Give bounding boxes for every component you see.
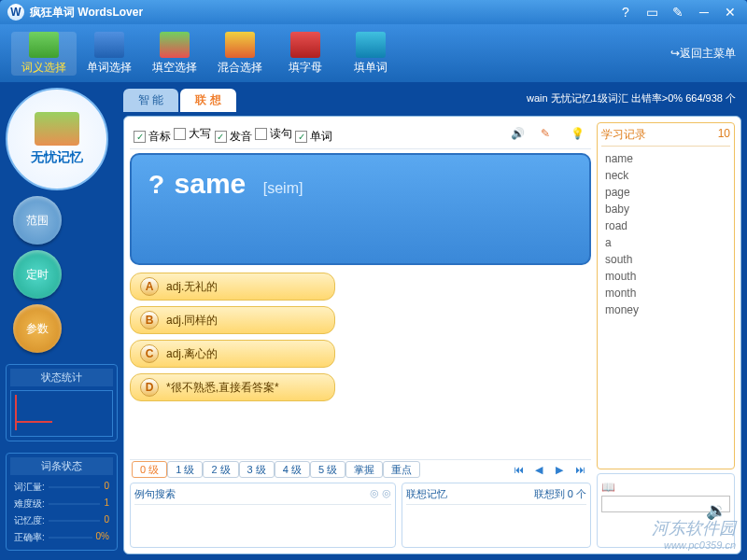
- association-label: 联想记忆: [406, 487, 447, 501]
- record-item[interactable]: page: [605, 184, 726, 201]
- stat-row: 正确率:0%: [10, 529, 113, 546]
- study-record-count: 10: [718, 127, 730, 143]
- toolbar-word-select[interactable]: 单词选择: [77, 32, 142, 76]
- level-btn[interactable]: 1 级: [167, 461, 203, 478]
- level-btn[interactable]: 掌握: [345, 461, 383, 478]
- example-search-label: 例句搜索: [134, 487, 176, 501]
- main-content: 智 能 联 想 wain 无忧记忆1级词汇 出错率>0% 664/938 个 音…: [123, 88, 741, 554]
- left-sidebar: 无忧记忆 范围 定时 参数 状态统计 词条状态 词汇量:0难度级:1记忆度:0正…: [6, 88, 118, 554]
- stat-row: 难度级:1: [10, 496, 113, 512]
- record-item[interactable]: a: [605, 234, 726, 251]
- brand-icon: [35, 112, 79, 146]
- stat-row: 词汇量:0: [10, 479, 113, 496]
- options-row: 音标 大写 发音 读句 单词 🔊 ✎ 💡: [130, 122, 591, 149]
- record-item[interactable]: road: [605, 217, 726, 234]
- checkbox-大写[interactable]: 大写: [174, 126, 211, 142]
- answer-option-a[interactable]: Aadj.无礼的: [130, 273, 335, 301]
- nav-prev-icon[interactable]: ◀: [531, 462, 546, 477]
- record-item[interactable]: mouth: [605, 268, 726, 285]
- tab-row: 智 能 联 想 wain 无忧记忆1级词汇 出错率>0% 664/938 个: [123, 88, 741, 112]
- return-main-menu[interactable]: ↪ 返回主菜单: [670, 46, 736, 62]
- status-stats-box: 状态统计: [6, 364, 118, 441]
- association-count: 联想到 0 个: [534, 487, 586, 501]
- edit-icon[interactable]: ✎: [669, 3, 687, 21]
- window-title: 疯狂单词 WordsLover: [30, 5, 609, 21]
- record-item[interactable]: neck: [605, 167, 726, 184]
- tab-smart[interactable]: 智 能: [123, 89, 178, 112]
- bulb-icon[interactable]: 💡: [571, 127, 587, 144]
- nav-next-icon[interactable]: ▶: [552, 462, 567, 477]
- watermark: 河东软件园 www.pc0359.cn: [652, 517, 736, 551]
- window-control-icon[interactable]: ▭: [642, 3, 661, 21]
- record-item[interactable]: name: [605, 150, 726, 167]
- side-btn-range[interactable]: 范围: [13, 196, 62, 245]
- side-btn-timer[interactable]: 定时: [13, 250, 62, 299]
- study-record-title: 学习记录: [601, 127, 646, 143]
- titlebar: W 疯狂单词 WordsLover ? ▭ ✎ ─ ✕: [0, 0, 747, 24]
- app-logo-icon: W: [7, 4, 24, 21]
- toolbar-fill-letter[interactable]: 填字母: [273, 32, 338, 76]
- note-icon[interactable]: ✎: [541, 127, 557, 144]
- level-btn[interactable]: 5 级: [310, 461, 345, 478]
- checkbox-单词[interactable]: 单词: [295, 129, 332, 145]
- record-item[interactable]: south: [605, 251, 726, 268]
- word-card: ? same [seim]: [130, 153, 591, 265]
- word-status-box: 词条状态 词汇量:0难度级:1记忆度:0正确率:0%: [6, 453, 118, 551]
- answer-option-b[interactable]: Badj.同样的: [130, 306, 335, 334]
- close-icon[interactable]: ✕: [721, 3, 740, 21]
- word-phonetic: [seim]: [263, 180, 303, 196]
- level-btn[interactable]: 0 级: [132, 461, 167, 478]
- toolbar-fill-word[interactable]: 填单词: [338, 32, 403, 76]
- question-mark-icon: ?: [148, 170, 164, 199]
- level-btn[interactable]: 3 级: [239, 461, 275, 478]
- status-line: wain 无忧记忆1级词汇 出错率>0% 664/938 个: [527, 91, 736, 105]
- toolbar-meaning-select[interactable]: 词义选择: [11, 32, 77, 76]
- answer-option-d[interactable]: D*很不熟悉,直接看答案*: [130, 373, 335, 401]
- level-btn[interactable]: 2 级: [203, 461, 238, 478]
- brand-badge: 无忧记忆: [6, 88, 108, 190]
- stats-graph: [10, 390, 113, 437]
- stat-row: 记忆度:0: [10, 512, 113, 529]
- main-toolbar: 词义选择 单词选择 填空选择 混合选择 填字母 填单词 ↪ 返回主菜单: [0, 24, 747, 82]
- checkbox-音标[interactable]: 音标: [134, 129, 171, 145]
- record-item[interactable]: money: [605, 301, 726, 318]
- checkbox-发音[interactable]: 发音: [215, 129, 252, 145]
- record-item[interactable]: baby: [605, 201, 726, 217]
- sound-icon[interactable]: 🔊: [511, 127, 528, 144]
- disc-icon[interactable]: ◎ ◎: [370, 487, 391, 501]
- help-icon[interactable]: ?: [616, 3, 635, 21]
- level-row: 0 级1 级2 级3 级4 级5 级掌握重点 ⏮ ◀ ▶ ⏭: [130, 459, 591, 479]
- toolbar-mixed-select[interactable]: 混合选择: [207, 32, 273, 76]
- association-box: 联想记忆联想到 0 个: [402, 483, 591, 548]
- status-stats-title: 状态统计: [10, 369, 113, 386]
- level-btn[interactable]: 4 级: [275, 461, 310, 478]
- study-record-box: 学习记录10 nameneckpagebabyroadasouthmouthmo…: [597, 122, 735, 469]
- tab-associate[interactable]: 联 想: [180, 89, 235, 112]
- nav-last-icon[interactable]: ⏭: [572, 462, 587, 477]
- book-icon: 📖: [601, 481, 615, 494]
- answer-list: Aadj.无礼的Badj.同样的Cadj.离心的D*很不熟悉,直接看答案*: [130, 273, 591, 401]
- record-item[interactable]: month: [605, 285, 726, 301]
- checkbox-读句[interactable]: 读句: [255, 126, 292, 142]
- example-search-box: 例句搜索◎ ◎: [130, 483, 396, 548]
- side-btn-params[interactable]: 参数: [13, 304, 62, 353]
- word-status-title: 词条状态: [10, 457, 113, 475]
- word-text: same: [175, 168, 247, 199]
- answer-option-c[interactable]: Cadj.离心的: [130, 340, 335, 368]
- toolbar-blank-select[interactable]: 填空选择: [142, 32, 207, 76]
- level-btn[interactable]: 重点: [383, 461, 420, 478]
- nav-first-icon[interactable]: ⏮: [511, 462, 526, 477]
- minimize-icon[interactable]: ─: [695, 3, 713, 21]
